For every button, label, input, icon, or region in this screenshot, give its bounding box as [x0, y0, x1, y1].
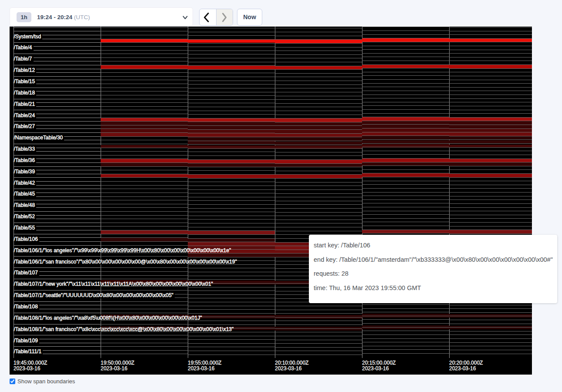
svg-text:/Table/18: /Table/18 [14, 90, 35, 96]
svg-text:/Table/21: /Table/21 [14, 101, 35, 107]
svg-text:/Table/107: /Table/107 [14, 270, 38, 276]
svg-text:/Table/106/1/"san francisco"/": /Table/106/1/"san francisco"/"\x80\x00\x… [14, 259, 237, 265]
svg-text:2023-03-16: 2023-03-16 [449, 365, 476, 372]
svg-text:/Table/27: /Table/27 [14, 123, 35, 129]
svg-text:/Table/4: /Table/4 [14, 44, 32, 51]
svg-text:/Table/108/1/"los angeles"/"\x: /Table/108/1/"los angeles"/"\xa8\xf5\u00… [14, 315, 202, 321]
svg-text:/NamespaceTable/30: /NamespaceTable/30 [14, 135, 63, 141]
svg-text:/Table/108/1/"san francisco"/": /Table/108/1/"san francisco"/"\x8c\xcc\x… [14, 326, 234, 332]
svg-text:/Table/15: /Table/15 [14, 78, 35, 84]
svg-text:/Table/7: /Table/7 [14, 56, 32, 62]
svg-text:/Table/52: /Table/52 [14, 213, 35, 220]
svg-text:/Table/107/1/"seattle"/"UUUUUU: /Table/107/1/"seattle"/"UUUUUUD\x00\x80\… [14, 292, 174, 298]
svg-text:/Table/48: /Table/48 [14, 202, 35, 208]
svg-text:/Table/109: /Table/109 [14, 338, 38, 344]
svg-text:/Table/33: /Table/33 [14, 146, 35, 152]
svg-text:/Table/39: /Table/39 [14, 169, 35, 175]
svg-text:/Table/24: /Table/24 [14, 112, 35, 118]
svg-text:2023-03-16: 2023-03-16 [14, 365, 41, 372]
svg-text:/Table/36: /Table/36 [14, 157, 35, 163]
svg-text:2023-03-16: 2023-03-16 [101, 365, 128, 372]
svg-text:/Table/45: /Table/45 [14, 191, 35, 197]
svg-text:/Table/111/1: /Table/111/1 [14, 348, 42, 355]
svg-text:/Table/106/1/"los angeles"/"\x: /Table/106/1/"los angeles"/"\x99\x99\x99… [14, 247, 231, 253]
svg-text:/Table/108: /Table/108 [14, 304, 38, 310]
svg-text:2023-03-16: 2023-03-16 [362, 365, 389, 372]
svg-text:2023-03-16: 2023-03-16 [275, 365, 302, 372]
svg-text:/Table/42: /Table/42 [14, 180, 35, 186]
svg-text:/System/tsd: /System/tsd [14, 34, 41, 40]
svg-text:/Table/106: /Table/106 [14, 236, 38, 242]
svg-text:2023-03-16: 2023-03-16 [188, 365, 215, 372]
svg-text:/Table/55: /Table/55 [14, 225, 35, 231]
svg-text:/Table/107/1/"new york"/"\x11\: /Table/107/1/"new york"/"\x11\x11\x11\x1… [14, 281, 213, 287]
svg-text:/Table/12: /Table/12 [14, 67, 35, 73]
